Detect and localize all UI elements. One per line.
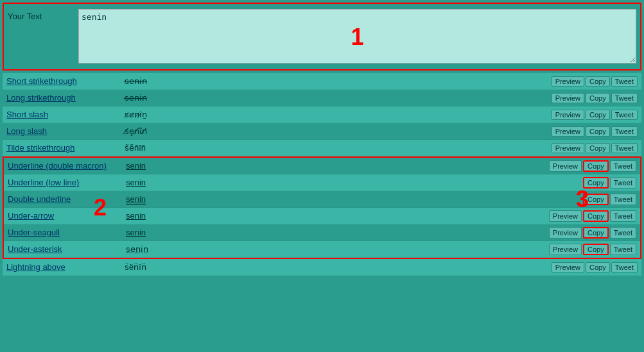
row-double-underline: Double underline senin 3 Copy Tweet <box>4 191 640 208</box>
preview-under-asterisk: s̤e̤n̤i̤n̤ <box>123 244 549 254</box>
tweet-btn-long-slash[interactable]: Tweet <box>611 126 638 137</box>
preview-long-strikethrough: s̶e̶n̶i̶n̶ <box>122 93 552 103</box>
copy-btn-under-arrow[interactable]: Copy <box>583 210 609 222</box>
actions-short-slash: Preview Copy Tweet <box>552 110 638 120</box>
label-under-asterisk[interactable]: Under-asterisk <box>8 244 123 254</box>
preview-long-slash: s̸ȩn̸ȋn̸ <box>122 126 552 136</box>
label-long-slash[interactable]: Long slash <box>6 126 122 136</box>
your-text-label: Your Text <box>8 9 72 21</box>
preview-btn-long-slash[interactable]: Preview <box>552 126 584 137</box>
label-lightning-above[interactable]: Lightning above <box>6 262 122 272</box>
actions-underline-double-macron: Preview Copy Tweet <box>549 160 636 172</box>
actions-underline-low-line: Copy Tweet <box>583 177 636 189</box>
tweet-btn-under-asterisk[interactable]: Tweet <box>610 244 636 255</box>
actions-lightning-above: Preview Copy Tweet <box>552 262 638 272</box>
text-input-wrapper: senin 1 <box>78 9 636 65</box>
row-under-seagull: Under-seagull senin Preview Copy Tweet <box>4 224 640 241</box>
row-underline-low-line: Underline (low line) senin Copy Tweet <box>4 174 640 191</box>
copy-btn-lightning-above[interactable]: Copy <box>586 262 610 272</box>
actions-tilde-strikethrough: Preview Copy Tweet <box>552 143 638 153</box>
label-long-strikethrough[interactable]: Long strikethrough <box>6 93 122 103</box>
label-short-slash[interactable]: Short slash <box>6 110 122 119</box>
preview-btn-lightning-above[interactable]: Preview <box>552 262 584 272</box>
row-long-slash: Long slash s̸ȩn̸ȋn̸ Preview Copy Tweet <box>3 123 641 140</box>
tweet-btn-double-underline[interactable]: Tweet <box>610 194 636 205</box>
actions-double-underline: Copy Tweet <box>583 194 636 205</box>
preview-double-underline: senin <box>123 194 583 204</box>
preview-btn-short-slash[interactable]: Preview <box>552 110 584 120</box>
tweet-btn-tilde-strikethrough[interactable]: Tweet <box>611 143 638 153</box>
copy-btn-underline-double-macron[interactable]: Copy <box>583 160 609 172</box>
tweet-btn-long-strikethrough[interactable]: Tweet <box>611 93 638 103</box>
actions-under-seagull: Preview Copy Tweet <box>549 227 636 239</box>
bottom-rows: Lightning above s̈ën̈ïn̈ Preview Copy Tw… <box>3 259 641 276</box>
actions-short-strikethrough: Preview Copy Tweet <box>552 76 638 87</box>
label-tilde-strikethrough[interactable]: Tilde strikethrough <box>6 143 122 153</box>
copy-btn-under-seagull[interactable]: Copy <box>583 227 609 239</box>
row-under-arrow: Under-arrow senin Preview Copy Tweet <box>4 208 640 224</box>
preview-btn-long-strikethrough[interactable]: Preview <box>552 93 584 103</box>
copy-btn-short-slash[interactable]: Copy <box>586 110 610 120</box>
text-input[interactable]: senin <box>78 9 636 63</box>
actions-long-slash: Preview Copy Tweet <box>552 126 638 137</box>
preview-btn-short-strikethrough[interactable]: Preview <box>552 76 584 87</box>
actions-under-asterisk: Preview Copy Tweet <box>549 244 636 255</box>
preview-btn-under-asterisk[interactable]: Preview <box>549 244 582 255</box>
copy-btn-tilde-strikethrough[interactable]: Copy <box>586 143 610 153</box>
label-under-seagull[interactable]: Under-seagull <box>8 228 123 237</box>
copy-btn-underline-low-line[interactable]: Copy <box>583 177 609 189</box>
row-short-slash: Short slash s̷e̷n̷i̷ṉ Preview Copy Tweet <box>3 106 641 123</box>
row-long-strikethrough: Long strikethrough s̶e̶n̶i̶n̶ Preview Co… <box>3 90 641 106</box>
row-tilde-strikethrough: Tilde strikethrough s̃ẽñĩñ Preview Copy … <box>3 140 641 156</box>
copy-btn-long-strikethrough[interactable]: Copy <box>586 93 610 103</box>
label-under-arrow[interactable]: Under-arrow <box>8 211 123 221</box>
preview-underline-double-macron: senin <box>123 161 549 171</box>
row-under-asterisk: Under-asterisk s̤e̤n̤i̤n̤ Preview Copy T… <box>4 241 640 258</box>
actions-under-arrow: Preview Copy Tweet <box>549 210 636 222</box>
preview-btn-tilde-strikethrough[interactable]: Preview <box>552 143 584 153</box>
actions-long-strikethrough: Preview Copy Tweet <box>552 93 638 103</box>
preview-short-strikethrough: s̶e̶n̶i̶n̶ <box>122 76 552 86</box>
tweet-btn-underline-double-macron[interactable]: Tweet <box>610 160 636 172</box>
label-underline-low-line[interactable]: Underline (low line) <box>8 178 123 187</box>
label-short-strikethrough[interactable]: Short strikethrough <box>6 76 122 86</box>
label-double-underline[interactable]: Double underline <box>8 194 123 204</box>
tweet-btn-lightning-above[interactable]: Tweet <box>611 262 638 272</box>
preview-under-arrow: senin <box>123 211 549 221</box>
row-underline-double-macron: Underline (double macron) senin Preview … <box>4 158 640 174</box>
label-underline-double-macron[interactable]: Underline (double macron) <box>8 161 123 171</box>
tweet-btn-underline-low-line[interactable]: Tweet <box>610 177 636 189</box>
regular-rows: Short strikethrough s̶e̶n̶i̶n̶ Preview C… <box>3 73 641 156</box>
preview-btn-under-arrow[interactable]: Preview <box>549 210 582 222</box>
copy-btn-short-strikethrough[interactable]: Copy <box>586 76 610 87</box>
top-section: Your Text senin 1 <box>3 3 641 71</box>
preview-short-slash: s̷e̷n̷i̷ṉ <box>122 110 552 119</box>
preview-underline-low-line: senin <box>123 178 583 187</box>
copy-btn-under-asterisk[interactable]: Copy <box>583 244 609 255</box>
tweet-btn-under-seagull[interactable]: Tweet <box>610 227 636 239</box>
tweet-btn-under-arrow[interactable]: Tweet <box>610 210 636 222</box>
group2-section: 2 Underline (double macron) senin Previe… <box>3 156 641 259</box>
preview-lightning-above: s̈ën̈ïn̈ <box>122 262 552 272</box>
preview-btn-under-seagull[interactable]: Preview <box>549 227 582 239</box>
row-short-strikethrough: Short strikethrough s̶e̶n̶i̶n̶ Preview C… <box>3 73 641 90</box>
row-lightning-above: Lightning above s̈ën̈ïn̈ Preview Copy Tw… <box>3 259 641 276</box>
preview-btn-underline-double-macron[interactable]: Preview <box>549 160 582 172</box>
preview-under-seagull: senin <box>123 228 549 237</box>
preview-tilde-strikethrough: s̃ẽñĩñ <box>122 143 552 153</box>
copy-btn-long-slash[interactable]: Copy <box>586 126 610 137</box>
tweet-btn-short-strikethrough[interactable]: Tweet <box>611 76 638 87</box>
copy-btn-double-underline[interactable]: Copy <box>583 194 609 205</box>
tweet-btn-short-slash[interactable]: Tweet <box>611 110 638 120</box>
